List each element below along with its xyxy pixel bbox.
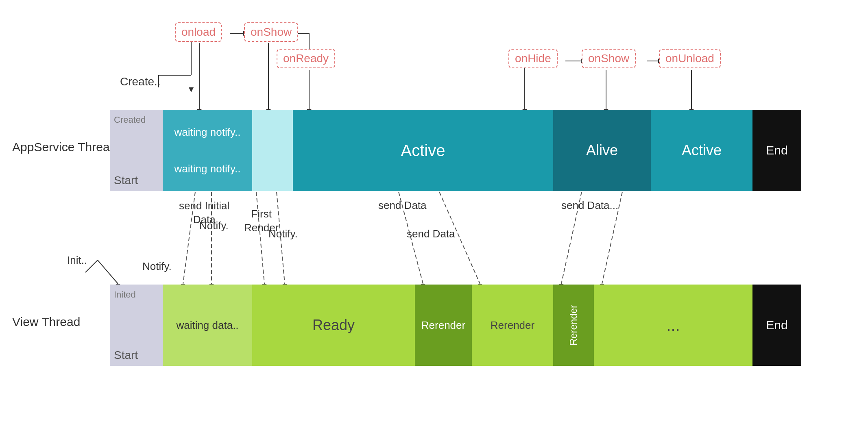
vrerender1-text: Rerender (421, 319, 465, 332)
view-start-block: Inited Start (110, 285, 163, 366)
appservice-thread-label: AppService Thread (12, 140, 116, 154)
send-data3-text: send Data... (561, 199, 618, 212)
onload-label: onload (175, 22, 222, 42)
notify2-text: Notify. (268, 228, 298, 240)
active1-text: Active (401, 141, 445, 160)
onunload-label: onUnload (659, 49, 721, 68)
appservice-waiting-block: waiting notify.. waiting notify.. (163, 110, 252, 191)
view-more-block: ... (594, 285, 752, 366)
arrows-overlay (0, 0, 868, 439)
vmore-text: ... (666, 316, 680, 335)
send-data1-text: send Data (378, 199, 427, 212)
svg-line-29 (256, 192, 264, 284)
view-end-block: End (752, 285, 801, 366)
diagram-container: onload onShow onReady onHide onShow onUn… (0, 0, 868, 439)
appservice-light-block (252, 110, 293, 191)
view-rerender3-block: Rerender (553, 285, 594, 366)
alive-text: Alive (586, 142, 618, 159)
waiting2-text: waiting notify.. (174, 163, 241, 175)
created-text: Created (114, 115, 146, 125)
send-data2-text: send Data (407, 228, 455, 240)
appservice-end-block: End (752, 110, 801, 191)
appservice-alive-block: Alive (553, 110, 651, 191)
onready-label: onReady (277, 49, 335, 68)
create-annotation: Create.. (120, 75, 161, 88)
view-rerender1-block: Rerender (415, 285, 472, 366)
svg-marker-8 (189, 87, 194, 92)
appservice-active2-block: Active (651, 110, 752, 191)
onshow2-label: onShow (582, 49, 636, 68)
notify-view-text: Notify. (142, 260, 172, 273)
waiting1-text: waiting notify.. (174, 126, 241, 139)
onhide-label: onHide (508, 49, 558, 68)
vwaiting-text: waiting data.. (176, 319, 238, 332)
svg-line-41 (98, 260, 118, 284)
appservice-start-block: Created Start (110, 110, 163, 191)
view-ready-block: Ready (252, 285, 415, 366)
start-text: Start (114, 174, 138, 187)
onshow1-label: onShow (244, 22, 298, 42)
inited-text: Inited (114, 289, 136, 300)
vstart-text: Start (114, 349, 138, 362)
appservice-end-text: End (766, 143, 787, 157)
init-annotation: Init.. (67, 254, 87, 267)
active2-text: Active (682, 142, 722, 159)
notify1-text: Notify. (199, 220, 229, 232)
appservice-active1-block: Active (293, 110, 553, 191)
vrerender2-text: Rerender (491, 319, 534, 332)
view-end-text: End (766, 318, 787, 332)
vrerender3-text: Rerender (568, 305, 579, 346)
view-rerender2-block: Rerender (472, 285, 553, 366)
vready-text: Ready (312, 317, 355, 334)
svg-line-43 (85, 260, 98, 272)
view-thread-label: View Thread (12, 315, 80, 329)
view-waiting-block: waiting data.. (163, 285, 252, 366)
